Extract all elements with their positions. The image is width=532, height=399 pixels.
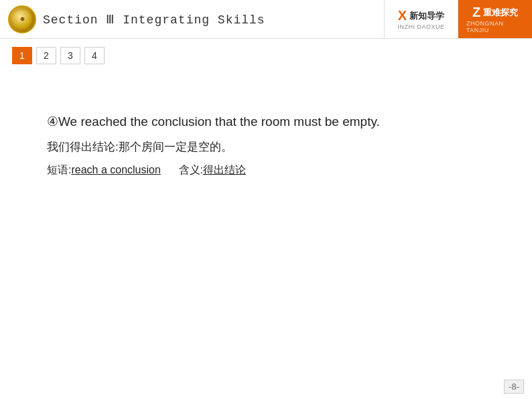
content-sentence-text: ④We reached the conclusion that the room… <box>47 114 380 129</box>
header-nav: X 新知导学 INZHI DAOXUE Z 重难探究 ZHONGNAN TANJ… <box>385 0 532 38</box>
content-translation: 我们得出结论:那个房间一定是空的。 <box>47 139 485 156</box>
logo-text: ⊕ <box>20 16 25 22</box>
zhongnan-cn-label: 重难探究 <box>483 7 518 19</box>
nav-xinzhi-button[interactable]: X 新知导学 INZHI DAOXUE <box>385 0 458 38</box>
header-title: Section Ⅲ Integrating Skills <box>43 12 265 27</box>
logo-inner: ⊕ <box>13 10 31 29</box>
content-sentence: ④We reached the conclusion that the room… <box>47 112 485 132</box>
meaning-label: 含义: <box>179 164 203 175</box>
xinzhi-x-icon: X <box>398 8 407 23</box>
logo: ⊕ <box>8 5 36 33</box>
meaning-text: 得出结论 <box>203 164 246 175</box>
phrase-text: reach a conclusion <box>71 164 160 175</box>
page-number: -8- <box>504 380 524 394</box>
page-button-4[interactable]: 4 <box>84 47 105 64</box>
xinzhi-cn-label: 新知导学 <box>409 10 444 22</box>
main-content: ④We reached the conclusion that the room… <box>0 72 532 191</box>
xinzhi-en-label: INZHI DAOXUE <box>397 23 444 30</box>
content-translation-text: 我们得出结论:那个房间一定是空的。 <box>47 141 232 153</box>
page-button-1[interactable]: 1 <box>12 47 32 64</box>
content-phrase-row: 短语:reach a conclusion 含义:得出结论 <box>47 162 485 178</box>
page-button-2[interactable]: 2 <box>36 47 56 64</box>
nav-zhongnan-button[interactable]: Z 重难探究 ZHONGNAN TANJIU <box>458 0 532 38</box>
pagination: 1 2 3 4 <box>0 39 532 72</box>
page-button-3[interactable]: 3 <box>60 47 80 64</box>
header: ⊕ Section Ⅲ Integrating Skills X 新知导学 IN… <box>0 0 532 39</box>
header-left: ⊕ Section Ⅲ Integrating Skills <box>0 0 385 38</box>
phrase-label: 短语: <box>47 164 71 175</box>
zhongnan-en-label: ZHONGNAN TANJIU <box>466 20 524 33</box>
zhongnan-z-icon: Z <box>472 5 480 20</box>
